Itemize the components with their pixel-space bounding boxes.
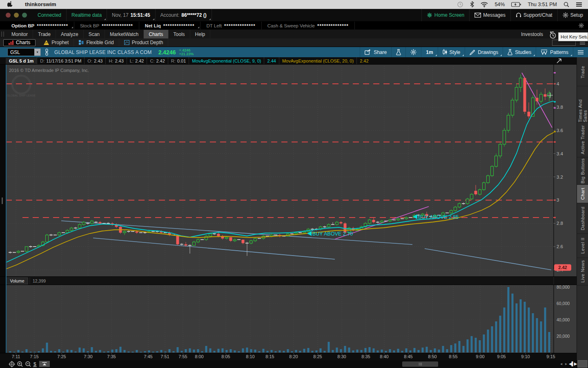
svg-text:2.42: 2.42 <box>558 265 567 270</box>
style-button[interactable]: Style <box>438 47 465 57</box>
tab-analyze[interactable]: Analyze <box>56 30 84 38</box>
ondemand-clock-icon[interactable] <box>549 31 557 39</box>
svg-text:8:10: 8:10 <box>246 354 254 359</box>
symbol-input[interactable]: GSL ▾ <box>7 48 41 56</box>
sidebar-tab-chart[interactable]: Chart <box>577 185 588 203</box>
battery-charging-icon[interactable] <box>511 2 521 7</box>
tab-scan[interactable]: Scan <box>84 30 105 38</box>
data-feed-status[interactable]: Realtime data <box>67 9 107 21</box>
scroll-right-icon[interactable]: ▸ <box>565 361 567 366</box>
symbol-value[interactable]: GSL <box>8 49 34 55</box>
chart-canvas[interactable]: 7:117:157:257:307:357:457:517:558:008:05… <box>0 65 577 360</box>
drag-grip-icon[interactable] <box>1 31 4 37</box>
chart-title: GSL 5 d 1m <box>6 58 37 64</box>
support-chat-button[interactable]: Support/Chat <box>510 9 557 21</box>
sidebar-tab-trade[interactable]: Trade <box>577 58 588 86</box>
bluetooth-icon[interactable] <box>470 1 474 7</box>
ema9-study-label[interactable]: MovAvgExponential (CLOSE, 9, 0) <box>189 57 264 64</box>
field-label: DT Left <box>206 23 222 28</box>
time-machine-icon[interactable] <box>457 1 463 8</box>
svg-text:BUY ABOVE 2.85: BUY ABOVE 2.85 <box>418 214 459 220</box>
account-bar-gear-icon[interactable] <box>579 23 588 28</box>
subtab-flexible-grid[interactable]: Flexible Grid <box>74 38 119 47</box>
collapse-panel-button[interactable] <box>39 361 50 367</box>
subtab-product-depth[interactable]: Product Depth <box>119 38 169 47</box>
svg-text:7:11: 7:11 <box>12 354 20 359</box>
sidebar-tab-level-ii[interactable]: Level II <box>577 234 588 258</box>
svg-text:8:20: 8:20 <box>289 354 298 359</box>
candle-style-icon <box>443 49 447 55</box>
svg-text:2016 © TD Ameritrade IP Compan: 2016 © TD Ameritrade IP Company, Inc. <box>9 68 89 73</box>
tab-charts[interactable]: Charts <box>144 30 168 38</box>
onDemand-flask-button[interactable] <box>391 47 405 57</box>
svg-text:20,000: 20,000 <box>557 334 570 339</box>
account-summary-bar: Option BP**************Stock BP*********… <box>0 22 588 30</box>
link-icon[interactable] <box>45 49 49 56</box>
home-screen-button[interactable]: Home Screen <box>421 9 469 21</box>
ema20-value: 2.42 <box>356 57 371 64</box>
field-masked-value: ************** <box>102 23 133 28</box>
chart-scrollbar[interactable] <box>402 361 438 367</box>
svg-text:Volume: Volume <box>10 278 24 283</box>
menubar-clock[interactable]: Thu 3:51 PM <box>528 2 557 7</box>
wifi-icon[interactable] <box>481 2 488 7</box>
flask-icon <box>396 49 401 55</box>
interval-button[interactable]: 1m <box>421 47 437 57</box>
sidebar-tab-active-trader[interactable]: Active Trader <box>577 123 588 157</box>
tab-investools[interactable]: Investools <box>515 30 549 38</box>
symbol-dropdown-icon[interactable]: ▾ <box>34 49 40 56</box>
tab-trade[interactable]: Trade <box>33 30 56 38</box>
scroll-left-icon[interactable]: ◂ <box>560 361 562 366</box>
menubar-app-name[interactable]: thinkorswim <box>25 1 56 7</box>
drawings-button[interactable]: Drawings <box>465 47 503 57</box>
field-masked-value: ************** <box>317 23 349 28</box>
sidebar-tab-times-and-sales[interactable]: Times And Sales <box>577 86 588 123</box>
chart-settings-button[interactable] <box>405 47 421 57</box>
svg-text:8:50: 8:50 <box>428 354 437 359</box>
clock-group[interactable]: Nov, 1715:51:45 <box>107 9 156 21</box>
thinkorswim-window: thinkorswim 54% Thu 3:51 PM <box>0 0 588 368</box>
svg-text:40,000: 40,000 <box>557 317 570 322</box>
resize-corner[interactable] <box>577 360 588 368</box>
tab-marketwatch[interactable]: MarketWatch <box>105 30 144 38</box>
crosshair-tool-icon[interactable] <box>9 361 15 368</box>
traffic-light-zoom[interactable] <box>22 13 27 18</box>
subtab-menu-icon[interactable] <box>580 41 585 45</box>
apple-menu-icon[interactable] <box>7 1 13 7</box>
spotlight-search-icon[interactable] <box>564 2 569 7</box>
sidebar-tab-live-news[interactable]: Live News <box>577 258 588 285</box>
price-scale-icon[interactable]: $ <box>33 361 37 367</box>
account-field-option-bp[interactable]: Option BP************** <box>6 22 74 29</box>
tab-help[interactable]: Help <box>190 30 211 38</box>
account-field-dt-left: DT Left************** <box>200 22 261 29</box>
chart-maximize-icon[interactable] <box>556 58 562 64</box>
setup-button[interactable]: Setup <box>557 9 588 21</box>
account-field-net-liq[interactable]: Net Liq************** <box>139 22 201 29</box>
share-button[interactable]: Share <box>360 47 391 57</box>
subtab-prophet[interactable]: Prophet <box>39 38 74 47</box>
sidebar-tab-dashboard[interactable]: Dashboard <box>577 203 588 234</box>
svg-text:9:00: 9:00 <box>476 354 484 359</box>
notification-center-icon[interactable] <box>576 2 582 7</box>
traffic-light-close[interactable] <box>6 13 11 18</box>
traffic-light-minimize[interactable] <box>14 13 19 18</box>
tab-monitor[interactable]: Monitor <box>7 30 33 38</box>
sidebar-tab-big-buttons[interactable]: Big Buttons <box>577 157 588 185</box>
svg-text:8:25: 8:25 <box>313 354 322 359</box>
account-selector[interactable]: Account:86*****72 () <box>156 9 212 21</box>
tab-tools[interactable]: Tools <box>169 30 190 38</box>
svg-text:7:30: 7:30 <box>84 354 92 359</box>
ema20-study-label[interactable]: MovAvgExponential (CLOSE, 20, 0) <box>279 57 356 64</box>
zoom-out-icon[interactable] <box>26 362 31 367</box>
subtab-charts[interactable]: Charts <box>3 39 36 46</box>
chart-bottom-bar: $ ◂ ▸ ◀▌▶ <box>0 360 577 368</box>
jump-to-latest-icon[interactable]: ◀▌▶ <box>569 361 577 366</box>
messages-button[interactable]: Messages <box>469 9 510 21</box>
svg-text:7:25: 7:25 <box>57 354 66 359</box>
toolbar-menu-icon[interactable] <box>573 47 588 57</box>
studies-button[interactable]: Studies <box>503 47 536 57</box>
svg-text:4: 4 <box>557 81 559 86</box>
last-price: 2.4246 <box>158 49 176 56</box>
zoom-in-icon[interactable] <box>18 362 22 367</box>
patterns-button[interactable]: Patterns <box>536 47 573 57</box>
